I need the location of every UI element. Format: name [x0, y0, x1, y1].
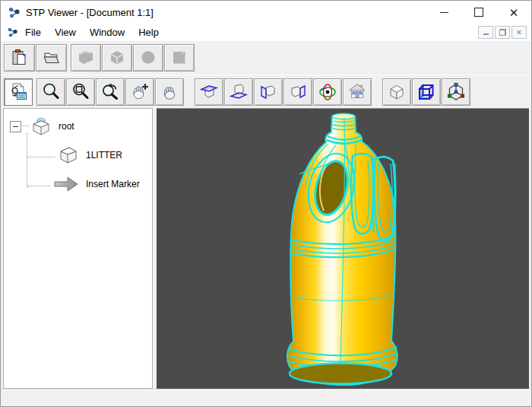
- mdi-minimize-button[interactable]: [478, 26, 493, 39]
- zoom-rotate-button[interactable]: [96, 78, 125, 106]
- pan-hand-icon: [130, 82, 150, 102]
- mdi-close-button[interactable]: ×: [511, 26, 527, 39]
- view-left-button[interactable]: [254, 78, 283, 106]
- assembly-icon: [30, 115, 52, 138]
- view-right-icon: [288, 82, 308, 102]
- perspective-eye-icon: [318, 82, 337, 102]
- tree-item-label: root: [59, 121, 74, 132]
- maximize-button[interactable]: [461, 1, 496, 24]
- window-title: STP Viewer - [Document 1:1]: [26, 7, 154, 18]
- tree-connector: [27, 133, 28, 188]
- insert-marker-arrow-icon: [52, 174, 80, 194]
- minimize-button[interactable]: [426, 1, 461, 24]
- mdi-restore-icon: [499, 29, 506, 36]
- status-bar: [1, 389, 531, 406]
- pan-hand-button[interactable]: [125, 78, 154, 106]
- axes-mode-button[interactable]: [442, 78, 470, 106]
- view-right-button[interactable]: [283, 78, 312, 106]
- home-view-icon: [347, 82, 367, 102]
- cube-primitive-icon: [108, 49, 126, 67]
- axes-mode-icon: [445, 81, 467, 103]
- maximize-icon: [474, 8, 483, 17]
- tree-item-root[interactable]: root: [30, 115, 74, 138]
- zoom-button[interactable]: [36, 78, 65, 106]
- tree-item-label: Insert Marker: [86, 179, 140, 189]
- view-left-icon: [258, 82, 278, 102]
- shaded-mode-button[interactable]: [382, 78, 411, 106]
- zoom-fit-button[interactable]: [4, 78, 33, 106]
- open-file-icon: [43, 49, 61, 67]
- shaded-mode-icon: [386, 81, 407, 103]
- tree-connector: [27, 186, 50, 187]
- zoom-window-icon: [71, 82, 90, 101]
- tree-item-label: 1LITTER: [86, 150, 122, 161]
- zoom-window-button[interactable]: [66, 78, 95, 106]
- mdi-restore-button[interactable]: [495, 26, 510, 39]
- wireframe-mode-button[interactable]: [412, 78, 441, 106]
- tree-connector: [27, 157, 55, 158]
- wireframe-mode-icon: [416, 81, 437, 103]
- plane-primitive-icon: [170, 49, 188, 67]
- view-bottom-button[interactable]: [224, 78, 253, 106]
- box-primitive-icon: [77, 49, 95, 67]
- document-logo-icon: [7, 27, 18, 38]
- rotate-hand-icon: [160, 82, 179, 102]
- zoom-fit-icon: [8, 82, 28, 102]
- cube-primitive-button[interactable]: [102, 44, 132, 72]
- rotate-hand-button[interactable]: [155, 78, 184, 106]
- menu-view[interactable]: View: [48, 25, 83, 40]
- zoom-icon: [42, 82, 61, 101]
- perspective-eye-button[interactable]: [313, 78, 342, 106]
- menu-window[interactable]: Window: [83, 25, 131, 40]
- sphere-primitive-icon: [139, 49, 157, 67]
- bottle-model: [157, 109, 529, 390]
- sphere-primitive-button[interactable]: [133, 44, 163, 72]
- view-bottom-icon: [229, 82, 249, 102]
- plane-primitive-button[interactable]: [164, 44, 195, 72]
- box-primitive-button[interactable]: [71, 44, 101, 72]
- model-tree-panel: root 1LITTER: [3, 108, 153, 389]
- menu-bar: File View Window Help ×: [1, 24, 531, 41]
- paste-icon: [11, 49, 29, 67]
- main-area: root 1LITTER: [1, 107, 531, 390]
- toolbar-view: [1, 75, 531, 108]
- tree-connector: [21, 126, 29, 127]
- paste-button[interactable]: [4, 44, 35, 72]
- toolbar-standard: [1, 40, 531, 75]
- mdi-minimize-icon: [483, 33, 489, 35]
- title-bar: STP Viewer - [Document 1:1] ✕: [1, 1, 531, 24]
- app-window: STP Viewer - [Document 1:1] ✕ File View …: [0, 0, 532, 407]
- app-logo-icon: [8, 6, 21, 19]
- view-top-button[interactable]: [195, 78, 223, 106]
- viewport-3d[interactable]: [157, 108, 529, 390]
- menu-file[interactable]: File: [18, 25, 48, 40]
- menu-help[interactable]: Help: [131, 25, 166, 40]
- zoom-rotate-icon: [101, 82, 120, 101]
- tree-item-1litter[interactable]: 1LITTER: [57, 144, 122, 167]
- open-file-button[interactable]: [36, 44, 67, 72]
- view-top-icon: [199, 82, 219, 102]
- tree-item-insert-marker[interactable]: Insert Marker: [52, 174, 140, 194]
- close-button[interactable]: ✕: [496, 1, 531, 24]
- mdi-close-icon: ×: [517, 28, 521, 37]
- tree-collapse-toggle[interactable]: [10, 121, 21, 132]
- home-view-button[interactable]: [343, 78, 372, 106]
- minimize-icon: [440, 12, 448, 13]
- close-icon: ✕: [509, 7, 519, 18]
- part-cube-icon: [57, 144, 80, 167]
